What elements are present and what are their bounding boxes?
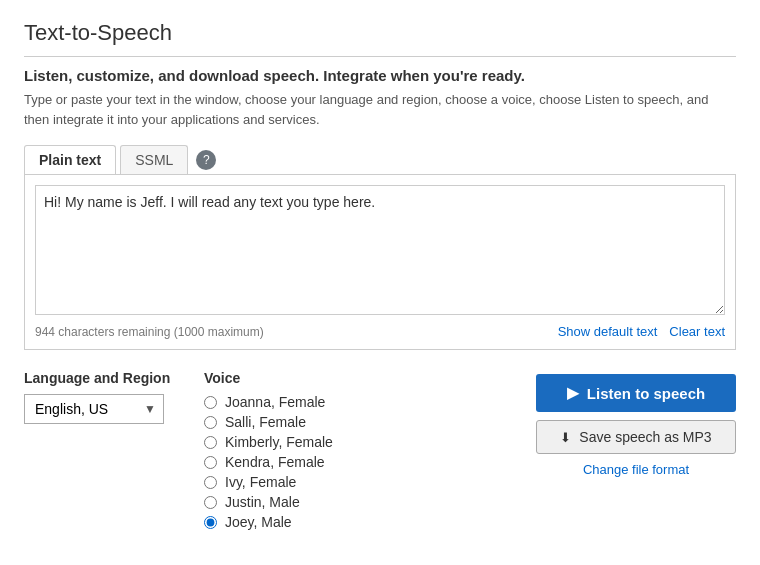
listen-to-speech-button[interactable]: Listen to speech: [536, 374, 736, 412]
list-item[interactable]: Salli, Female: [204, 414, 516, 430]
voice-name: Salli, Female: [225, 414, 306, 430]
voice-radio-joey[interactable]: [204, 516, 217, 529]
voice-name: Ivy, Female: [225, 474, 296, 490]
help-icon[interactable]: ?: [196, 150, 216, 170]
page-title: Text-to-Speech: [24, 20, 736, 57]
voice-name: Kendra, Female: [225, 454, 325, 470]
list-item[interactable]: Kendra, Female: [204, 454, 516, 470]
language-region-section: Language and Region English, US English,…: [24, 370, 184, 530]
play-icon: [567, 384, 579, 402]
tab-plain-text[interactable]: Plain text: [24, 145, 116, 174]
language-select-wrapper: English, US English, UK Spanish French G…: [24, 394, 164, 424]
speech-textarea[interactable]: Hi! My name is Jeff. I will read any tex…: [35, 185, 725, 315]
list-item[interactable]: Kimberly, Female: [204, 434, 516, 450]
bottom-section: Language and Region English, US English,…: [24, 370, 736, 530]
voice-label: Voice: [204, 370, 516, 386]
tabs-container: Plain text SSML ?: [24, 145, 736, 175]
voice-name: Justin, Male: [225, 494, 300, 510]
clear-text-button[interactable]: Clear text: [669, 324, 725, 339]
save-speech-button[interactable]: Save speech as MP3: [536, 420, 736, 454]
subtitle: Listen, customize, and download speech. …: [24, 67, 736, 84]
list-item[interactable]: Justin, Male: [204, 494, 516, 510]
save-button-label: Save speech as MP3: [579, 429, 711, 445]
language-region-label: Language and Region: [24, 370, 184, 386]
actions-section: Listen to speech Save speech as MP3 Chan…: [536, 370, 736, 530]
char-count: 944 characters remaining (1000 maximum): [35, 325, 264, 339]
listen-button-label: Listen to speech: [587, 385, 705, 402]
voice-name: Joey, Male: [225, 514, 292, 530]
text-area-section: Hi! My name is Jeff. I will read any tex…: [24, 175, 736, 350]
language-select[interactable]: English, US English, UK Spanish French G…: [24, 394, 164, 424]
voice-section: Voice Joanna, Female Salli, Female Kimbe…: [204, 370, 516, 530]
voice-radio-justin[interactable]: [204, 496, 217, 509]
voice-name: Joanna, Female: [225, 394, 325, 410]
voice-radio-kendra[interactable]: [204, 456, 217, 469]
show-default-text-button[interactable]: Show default text: [558, 324, 658, 339]
textarea-footer: 944 characters remaining (1000 maximum) …: [35, 324, 725, 339]
change-file-format-link[interactable]: Change file format: [583, 462, 689, 477]
voice-radio-joanna[interactable]: [204, 396, 217, 409]
list-item[interactable]: Joey, Male: [204, 514, 516, 530]
voice-radio-kimberly[interactable]: [204, 436, 217, 449]
voice-radio-ivy[interactable]: [204, 476, 217, 489]
tab-ssml[interactable]: SSML: [120, 145, 188, 174]
voice-name: Kimberly, Female: [225, 434, 333, 450]
list-item[interactable]: Ivy, Female: [204, 474, 516, 490]
download-icon: [560, 429, 571, 445]
voice-list: Joanna, Female Salli, Female Kimberly, F…: [204, 394, 516, 530]
voice-radio-salli[interactable]: [204, 416, 217, 429]
textarea-links: Show default text Clear text: [558, 324, 725, 339]
description: Type or paste your text in the window, c…: [24, 90, 736, 129]
list-item[interactable]: Joanna, Female: [204, 394, 516, 410]
